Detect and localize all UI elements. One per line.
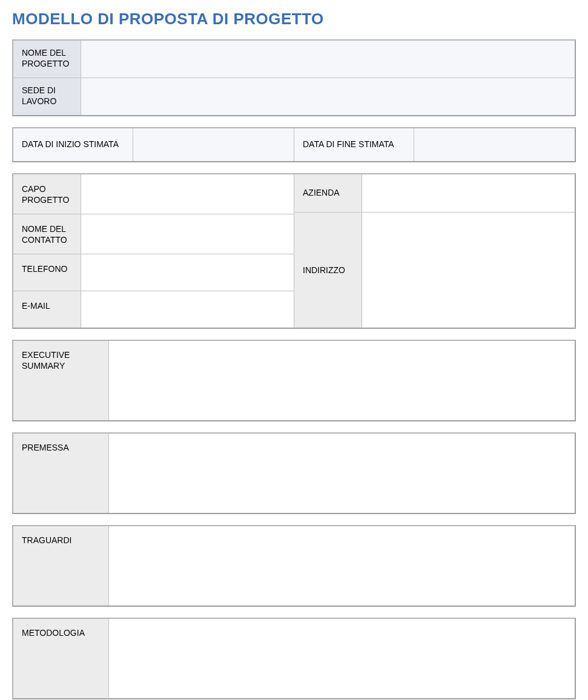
- project-header-panel: NOME DEL PROGETTO SEDE DI LAVORO: [12, 39, 576, 116]
- executive-summary-label: EXECUTIVE SUMMARY: [13, 341, 109, 420]
- methodology-label: METODOLOGIA: [13, 619, 109, 698]
- contact-panel: CAPO PROGETTO NOME DEL CONTATTO TELEFONO…: [12, 173, 576, 329]
- premise-panel: PREMESSA: [12, 432, 576, 514]
- worksite-label: SEDE DI LAVORO: [13, 78, 81, 115]
- end-date-label: DATA DI FINE STIMATA: [294, 128, 414, 161]
- company-label: AZIENDA: [294, 174, 362, 212]
- premise-label: PREMESSA: [13, 434, 109, 513]
- goals-label: TRAGUARDI: [13, 526, 109, 606]
- company-field[interactable]: [362, 174, 575, 212]
- methodology-field[interactable]: [109, 619, 575, 698]
- project-lead-field[interactable]: [81, 174, 294, 214]
- start-date-label: DATA DI INIZIO STIMATA: [13, 128, 133, 161]
- contact-name-label: NOME DEL CONTATTO: [13, 214, 81, 254]
- start-date-field[interactable]: [133, 128, 294, 161]
- executive-summary-panel: EXECUTIVE SUMMARY: [12, 340, 576, 421]
- page-title: MODELLO DI PROPOSTA DI PROGETTO: [12, 10, 576, 28]
- contact-name-field[interactable]: [81, 214, 294, 254]
- end-date-field[interactable]: [414, 128, 575, 161]
- email-label: E-MAIL: [13, 291, 81, 328]
- goals-panel: TRAGUARDI: [12, 525, 576, 607]
- project-lead-label: CAPO PROGETTO: [13, 174, 81, 214]
- premise-field[interactable]: [109, 434, 575, 513]
- executive-summary-field[interactable]: [109, 341, 575, 420]
- dates-panel: DATA DI INIZIO STIMATA DATA DI FINE STIM…: [12, 127, 576, 162]
- worksite-field[interactable]: [81, 78, 575, 115]
- phone-field[interactable]: [81, 254, 294, 291]
- project-name-label: NOME DEL PROGETTO: [13, 41, 81, 78]
- phone-label: TELEFONO: [13, 254, 81, 291]
- methodology-panel: METODOLOGIA: [12, 618, 576, 699]
- project-name-field[interactable]: [81, 41, 575, 78]
- address-label: INDIRIZZO: [294, 213, 362, 328]
- address-field[interactable]: [362, 213, 575, 328]
- goals-field[interactable]: [109, 526, 575, 606]
- email-field[interactable]: [81, 291, 294, 328]
